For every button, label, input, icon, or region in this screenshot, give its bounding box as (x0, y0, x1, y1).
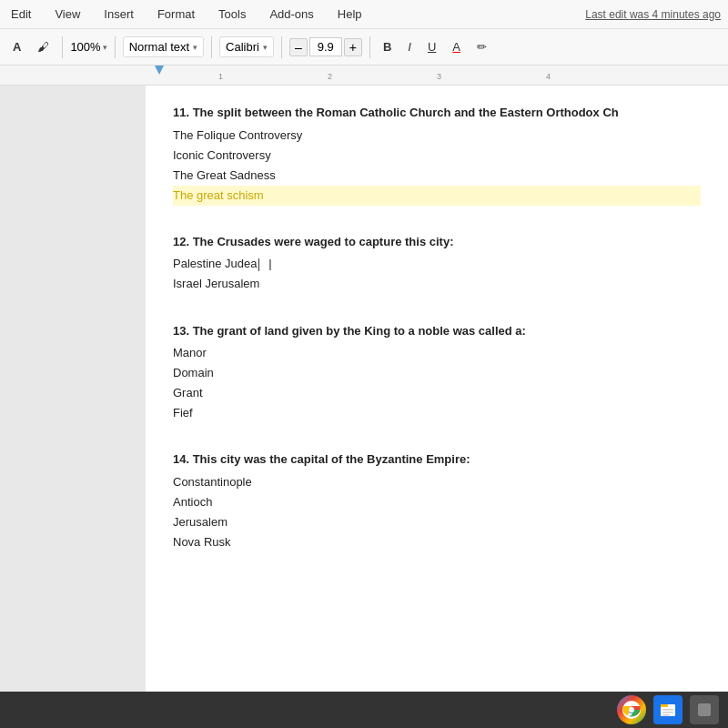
question-block-12: 12. The Crusades were waged to capture t… (173, 233, 701, 295)
answer-option-14-4[interactable]: Nova Rusk (173, 532, 701, 552)
svg-point-1 (629, 707, 634, 713)
answer-option-11-3[interactable]: The Great Sadness (173, 166, 701, 186)
svg-rect-4 (662, 709, 673, 711)
answer-option-12-2[interactable]: Israel Jerusalem (173, 274, 701, 294)
left-margin (0, 86, 146, 692)
zoom-control[interactable]: 100% ▾ (70, 40, 106, 54)
paint-format-button[interactable]: 🖌 (32, 37, 55, 56)
answer-option-12-1[interactable]: Palestine Judea | (173, 254, 701, 274)
text-cursor (258, 257, 259, 270)
document-content[interactable]: 11. The split between the Roman Catholic… (146, 86, 728, 692)
style-arrow: ▾ (193, 43, 197, 52)
font-label: Calibri (226, 40, 259, 54)
toolbar-divider-2 (115, 36, 116, 58)
toolbar-divider-5 (369, 36, 370, 58)
answer-option-13-3[interactable]: Grant (173, 383, 701, 403)
question-block-11: 11. The split between the Roman Catholic… (173, 104, 701, 206)
toolbar-divider-4 (281, 36, 282, 58)
toolbar-divider-1 (62, 36, 63, 58)
question-block-13: 13. The grant of land given by the King … (173, 322, 701, 424)
menu-view[interactable]: View (51, 4, 84, 25)
font-size-plus[interactable]: + (344, 38, 362, 56)
italic-button[interactable]: I (402, 37, 417, 56)
answer-option-14-2[interactable]: Antioch (173, 492, 701, 512)
question-text-12: 12. The Crusades were waged to capture t… (173, 233, 701, 251)
main-area: 11. The split between the Roman Catholic… (0, 86, 728, 692)
ruler-tick-4: 4 (546, 72, 551, 81)
files-icon[interactable] (653, 695, 682, 724)
ruler-tick-1: 1 (218, 72, 223, 81)
answer-option-11-2[interactable]: Iconic Controversy (173, 146, 701, 166)
font-dropdown[interactable]: Calibri ▾ (219, 36, 274, 57)
ruler: 1 2 3 4 (0, 66, 728, 86)
answer-option-13-1[interactable]: Manor (173, 343, 701, 363)
font-size-control: – 9.9 + (289, 37, 362, 56)
question-text-11: 11. The split between the Roman Catholic… (173, 104, 701, 122)
ruler-marker[interactable] (155, 66, 164, 75)
font-color-button[interactable]: A (447, 37, 466, 56)
zoom-arrow: ▾ (103, 43, 107, 52)
underline-button[interactable]: U (422, 37, 441, 56)
highlight-button[interactable]: ✏ (471, 37, 492, 56)
menu-format[interactable]: Format (154, 4, 198, 25)
answer-option-13-4[interactable]: Fief (173, 403, 701, 423)
spellcheck-button[interactable]: A (7, 37, 26, 56)
ruler-tick-3: 3 (437, 72, 441, 81)
taskbar (0, 692, 728, 728)
answer-option-14-1[interactable]: Constantinople (173, 472, 701, 492)
answer-option-11-4[interactable]: The great schism (173, 186, 701, 206)
third-taskbar-icon[interactable] (690, 695, 719, 724)
menu-tools[interactable]: Tools (215, 4, 249, 25)
svg-rect-6 (662, 714, 670, 716)
toolbar: A 🖌 100% ▾ Normal text ▾ Calibri ▾ – 9.9… (0, 29, 728, 66)
answer-option-11-1[interactable]: The Folique Controversy (173, 126, 701, 146)
answer-text-12-1: Palestine Judea (173, 257, 258, 270)
question-block-14: 14. This city was the capital of the Byz… (173, 450, 701, 552)
answer-option-13-2[interactable]: Domain (173, 363, 701, 383)
font-size-value[interactable]: 9.9 (309, 37, 342, 56)
ruler-content: 1 2 3 4 (146, 66, 728, 85)
bold-button[interactable]: B (378, 37, 397, 56)
font-size-minus[interactable]: – (289, 38, 308, 56)
answer-option-14-3[interactable]: Jerusalem (173, 512, 701, 532)
toolbar-divider-3 (211, 36, 212, 58)
menu-insert[interactable]: Insert (100, 4, 137, 25)
last-edit-label: Last edit was 4 minutes ago (585, 8, 721, 21)
question-text-14: 14. This city was the capital of the Byz… (173, 450, 701, 469)
svg-rect-3 (661, 704, 668, 707)
menu-help[interactable]: Help (334, 4, 366, 25)
zoom-value: 100% (70, 40, 100, 54)
question-text-13: 13. The grant of land given by the King … (173, 322, 701, 340)
menu-edit[interactable]: Edit (7, 4, 35, 25)
chrome-icon[interactable] (617, 695, 646, 724)
menu-bar: Edit View Insert Format Tools Add-ons He… (0, 0, 728, 29)
text-style-dropdown[interactable]: Normal text ▾ (123, 36, 204, 57)
menu-addons[interactable]: Add-ons (266, 4, 317, 25)
ruler-tick-2: 2 (328, 72, 332, 81)
text-style-label: Normal text (129, 40, 189, 54)
svg-rect-5 (662, 712, 673, 713)
svg-rect-7 (698, 703, 711, 716)
font-arrow: ▾ (263, 43, 268, 52)
